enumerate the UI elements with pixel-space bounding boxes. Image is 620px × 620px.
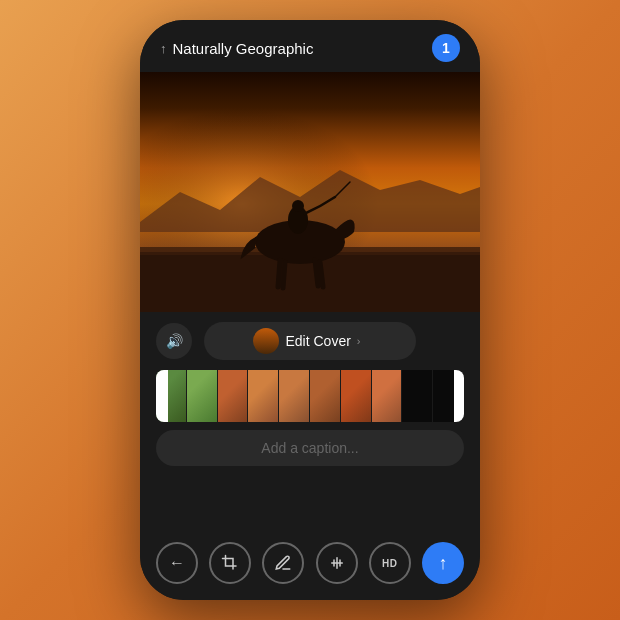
filmstrip-handle-left[interactable] [156,370,166,422]
caption-area: Add a caption... [140,430,480,476]
back-icon: ← [169,554,185,572]
edit-cover-button[interactable]: Edit Cover › [204,322,416,360]
filmstrip-handle-right[interactable] [454,370,464,422]
send-button[interactable]: ↑ [422,542,464,584]
cover-thumbnail [253,328,279,354]
phone-frame: ↑ Naturally Geographic 1 [140,20,480,600]
upload-icon: ↑ [160,41,167,56]
hd-button[interactable]: HD [369,542,411,584]
crop-button[interactable] [209,542,251,584]
channel-title-row: ↑ Naturally Geographic [160,40,313,57]
channel-name: Naturally Geographic [173,40,314,57]
top-bar: ↑ Naturally Geographic 1 [140,20,480,72]
filmstrip-frame [402,370,433,422]
filmstrip-frame [218,370,249,422]
chevron-right-icon: › [357,335,361,347]
filmstrip-frame [187,370,218,422]
filmstrip-frame [310,370,341,422]
crop-icon [221,554,239,572]
video-preview [140,72,480,312]
controls-bar: 🔊 Edit Cover › [140,312,480,370]
filmstrip-frame [248,370,279,422]
back-button[interactable]: ← [156,542,198,584]
notification-badge[interactable]: 1 [432,34,460,62]
bottom-toolbar: ← HD ↑ [140,534,480,600]
edit-cover-label: Edit Cover [285,333,350,349]
filmstrip-frame [341,370,372,422]
caption-placeholder: Add a caption... [261,440,358,456]
adjust-button[interactable] [316,542,358,584]
horse-rider-silhouette [140,72,480,312]
pen-icon [274,554,292,572]
filmstrip-position-indicator [166,370,168,422]
sound-button[interactable]: 🔊 [156,323,192,359]
filmstrip[interactable] [140,370,480,430]
hd-label: HD [382,558,397,569]
send-icon: ↑ [438,553,447,574]
adjust-icon [328,554,346,572]
filmstrip-frame [279,370,310,422]
filmstrip-track[interactable] [156,370,464,422]
edit-button[interactable] [262,542,304,584]
caption-input[interactable]: Add a caption... [156,430,464,466]
sound-icon: 🔊 [166,333,183,349]
svg-point-5 [292,200,304,212]
filmstrip-frame [372,370,403,422]
